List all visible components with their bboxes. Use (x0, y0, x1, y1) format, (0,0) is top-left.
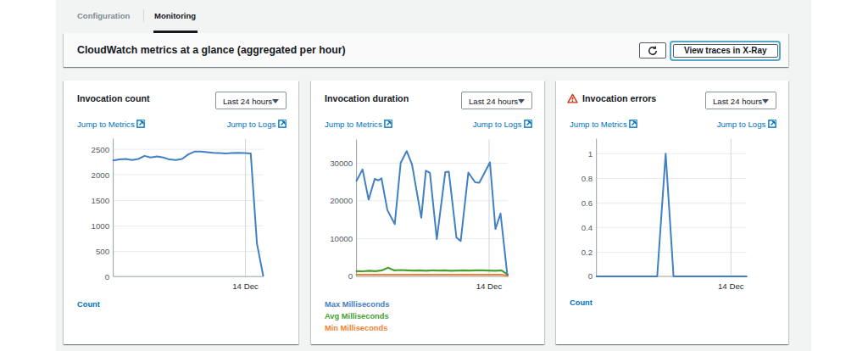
svg-text:0: 0 (588, 271, 593, 281)
svg-text:1: 1 (588, 149, 593, 159)
svg-text:20000: 20000 (330, 196, 353, 205)
svg-text:14 Dec: 14 Dec (718, 281, 744, 291)
svg-text:500: 500 (96, 247, 110, 256)
svg-text:2000: 2000 (92, 170, 110, 180)
svg-text:30000: 30000 (330, 159, 353, 168)
svg-text:0: 0 (105, 272, 110, 281)
svg-text:0: 0 (348, 271, 353, 281)
svg-text:0.4: 0.4 (581, 223, 593, 232)
svg-text:10000: 10000 (330, 234, 353, 243)
svg-text:14 Dec: 14 Dec (476, 281, 503, 291)
svg-text:0.2: 0.2 (581, 248, 593, 257)
svg-text:2500: 2500 (92, 145, 110, 154)
svg-text:14 Dec: 14 Dec (232, 281, 259, 291)
svg-text:0.6: 0.6 (581, 198, 593, 208)
svg-text:1500: 1500 (92, 196, 110, 205)
svg-text:1000: 1000 (92, 221, 110, 231)
svg-text:0.8: 0.8 (581, 174, 593, 183)
